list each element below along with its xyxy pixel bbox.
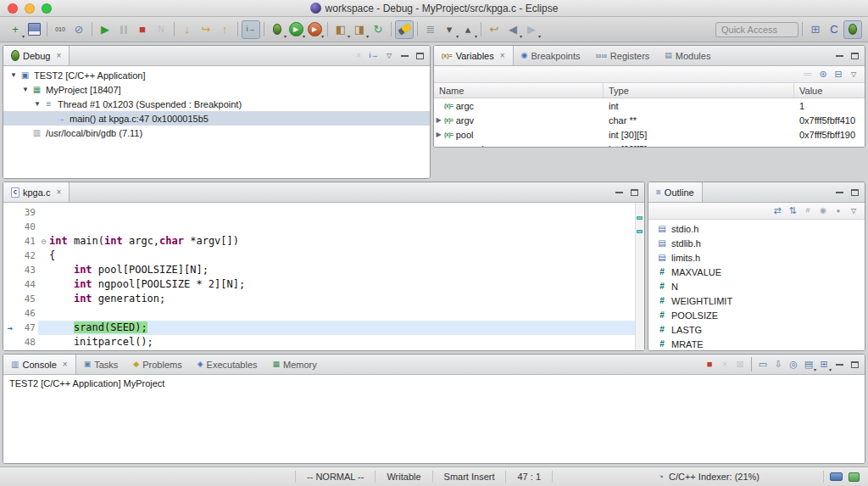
- variable-row[interactable]: (x)=argcint1: [434, 98, 865, 113]
- debug-tree-item[interactable]: ▼▦MyProject [18407]: [3, 82, 430, 97]
- maximize-view-button[interactable]: [848, 357, 862, 371]
- maximize-view-button[interactable]: [413, 48, 427, 63]
- remote-status-icon[interactable]: [830, 472, 843, 481]
- show-logical-structures-button[interactable]: ⊛: [815, 67, 831, 82]
- next-annotation-button[interactable]: ▾▾: [440, 20, 459, 39]
- view-menu-button[interactable]: ▽: [381, 48, 397, 64]
- overview-ruler[interactable]: [635, 203, 644, 350]
- outline-item[interactable]: #MAXVALUE: [648, 265, 865, 279]
- variable-row[interactable]: ▶(x)=poolint [30][5]0x7fff5fbff190: [434, 127, 865, 142]
- maximize-view-button[interactable]: [848, 48, 862, 63]
- progress-monitor-icon[interactable]: [849, 472, 860, 482]
- step-over-button[interactable]: ↪: [197, 20, 215, 39]
- binary-literal-button[interactable]: 010: [51, 20, 70, 39]
- minimize-view-button[interactable]: [832, 185, 847, 199]
- tab-variables[interactable]: (x)=Variables×: [434, 46, 514, 65]
- editor-line[interactable]: 48 initparcel();: [3, 335, 644, 349]
- minimize-view-button[interactable]: [398, 48, 412, 63]
- sort-button[interactable]: ⇅: [785, 204, 800, 219]
- pin-console-button[interactable]: ◎: [786, 357, 801, 372]
- debug-tree-item[interactable]: ▼≡Thread #1 0x1203 (Suspended : Breakpoi…: [3, 97, 430, 111]
- open-project-button[interactable]: ◨▾: [350, 20, 369, 39]
- search-button[interactable]: [395, 20, 414, 39]
- collapse-all-button[interactable]: ⊟: [831, 67, 846, 82]
- close-icon[interactable]: ×: [56, 51, 61, 60]
- refresh-button[interactable]: ↻: [369, 20, 387, 39]
- fold-collapse-icon[interactable]: ⊖: [38, 234, 49, 249]
- step-into-button[interactable]: ↓: [178, 20, 197, 39]
- close-window-button[interactable]: [8, 3, 18, 14]
- expand-arrow-icon[interactable]: ▶: [434, 131, 443, 138]
- close-icon[interactable]: ×: [63, 360, 68, 369]
- expand-arrow-icon[interactable]: ▶: [434, 116, 443, 124]
- zoom-window-button[interactable]: [42, 3, 52, 14]
- column-header-value[interactable]: Value: [794, 83, 865, 98]
- editor-line[interactable]: 39: [3, 205, 644, 220]
- remove-all-terminated-button[interactable]: ⊠: [732, 357, 748, 372]
- editor-line[interactable]: 41⊖int main(int argc,char *argv[]): [3, 234, 644, 249]
- back-button[interactable]: ◀▾: [504, 20, 522, 39]
- tab-kpga-c[interactable]: kpga.c×: [3, 182, 70, 202]
- terminate-button[interactable]: ■: [133, 20, 152, 39]
- tab-debug[interactable]: Debug×: [3, 46, 70, 65]
- build-all-button[interactable]: ◧▾: [331, 20, 350, 39]
- outline-item[interactable]: #POOLSIZE: [648, 308, 865, 322]
- previous-annotation-button[interactable]: ▴▾: [459, 20, 477, 39]
- minimize-view-button[interactable]: [612, 185, 626, 199]
- view-menu-button[interactable]: ▽: [846, 204, 861, 219]
- outline-item[interactable]: #N: [648, 279, 865, 293]
- tab-tasks[interactable]: ▣Tasks: [76, 355, 126, 374]
- debug-tree-item[interactable]: ▥/usr/local/bin/gdb (7.11): [3, 126, 430, 140]
- disconnect-button[interactable]: N: [152, 20, 170, 39]
- instruction-stepping-button[interactable]: i→: [242, 20, 260, 39]
- outline-item[interactable]: ▤stdlib.h: [648, 236, 865, 250]
- outline-item[interactable]: ▤limits.h: [648, 250, 865, 265]
- editor-line[interactable]: 42{: [3, 249, 644, 263]
- tab-outline[interactable]: ≡Outline: [648, 182, 703, 202]
- hide-inactive-button[interactable]: ●: [831, 204, 846, 219]
- tab-registers[interactable]: 1010Registers: [588, 46, 658, 65]
- debug-perspective-button[interactable]: [843, 20, 862, 39]
- tab-console[interactable]: ▥Console×: [3, 355, 76, 374]
- link-with-editor-button[interactable]: ⇄: [770, 204, 785, 219]
- editor-line[interactable]: 45 int generation;: [3, 292, 644, 306]
- open-perspective-button[interactable]: ⊞: [806, 20, 825, 39]
- step-return-button[interactable]: ↑: [215, 20, 234, 39]
- minimize-window-button[interactable]: [25, 3, 35, 14]
- cpp-perspective-button[interactable]: C: [825, 20, 843, 39]
- tab-memory[interactable]: ▦Memory: [265, 355, 325, 374]
- close-icon[interactable]: ×: [56, 187, 61, 197]
- editor-line[interactable]: 44 int ngpool[POOLSIZE * 2][N];: [3, 277, 644, 292]
- display-selected-console-button[interactable]: ▤▾: [801, 357, 816, 372]
- expand-arrow-icon[interactable]: ▼: [32, 100, 42, 108]
- tab-modules[interactable]: ▤Modules: [657, 46, 718, 65]
- hide-includes-button[interactable]: ◉: [815, 204, 831, 219]
- profile-button[interactable]: ▾: [305, 20, 324, 39]
- resume-button[interactable]: ▶: [96, 20, 114, 39]
- remove-all-terminated-button[interactable]: ×: [351, 48, 366, 64]
- quick-access-input[interactable]: [715, 22, 798, 37]
- outline-item[interactable]: #LASTG: [648, 322, 865, 337]
- save-button[interactable]: [25, 20, 43, 39]
- toggle-mark-occurrences-button[interactable]: ≣: [421, 20, 440, 39]
- remove-launch-button[interactable]: ×: [717, 357, 732, 372]
- last-edit-location-button[interactable]: ↩: [485, 20, 504, 39]
- debug-configurations-button[interactable]: ▾: [268, 20, 287, 39]
- suspend-button[interactable]: [114, 20, 133, 39]
- outline-item[interactable]: ▤stdio.h: [648, 221, 865, 236]
- editor-line-current[interactable]: →47 srand(SEED);: [3, 321, 644, 335]
- column-header-name[interactable]: Name: [434, 83, 604, 98]
- overview-annotation-mark[interactable]: [637, 216, 643, 220]
- tab-breakpoints[interactable]: ◉Breakpoints: [514, 46, 588, 65]
- forward-button[interactable]: ▶▾: [522, 20, 541, 39]
- minimize-view-button[interactable]: [832, 357, 847, 371]
- minimize-view-button[interactable]: [832, 48, 847, 63]
- console-output[interactable]: TEST2 [C/C++ Application] MyProject: [3, 375, 865, 463]
- overview-annotation-mark[interactable]: [637, 230, 643, 233]
- terminate-button[interactable]: ■: [702, 357, 717, 372]
- view-menu-button[interactable]: ▽: [846, 67, 861, 82]
- new-wizard-button[interactable]: +▾: [6, 20, 25, 39]
- instruction-stepping-mode-button[interactable]: i→: [366, 48, 381, 64]
- debug-tree-item[interactable]: ▼▣TEST2 [C/C++ Application]: [3, 68, 430, 82]
- maximize-view-button[interactable]: [627, 185, 642, 199]
